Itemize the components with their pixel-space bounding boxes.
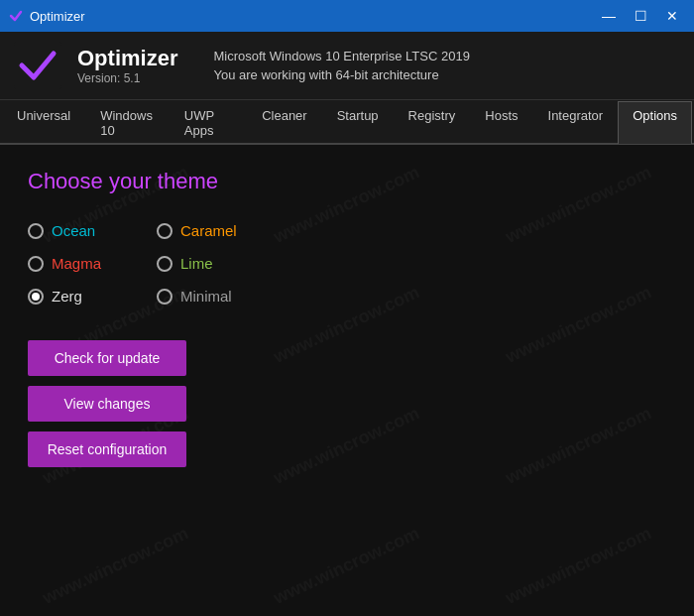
- radio-caramel[interactable]: [157, 223, 173, 239]
- check-update-button[interactable]: Check for update: [28, 340, 186, 376]
- close-button[interactable]: ✕: [658, 4, 686, 28]
- radio-minimal[interactable]: [157, 289, 173, 305]
- theme-label-ocean: Ocean: [52, 222, 95, 239]
- view-changes-button[interactable]: View changes: [28, 386, 186, 422]
- content-inner: Choose your theme Ocean Caramel Magma Li…: [28, 169, 666, 467]
- content-area: www.wincrow.com www.wincrow.com www.winc…: [0, 145, 694, 616]
- radio-magma[interactable]: [28, 256, 44, 272]
- tabs-bar: Universal Windows 10 UWP Apps Cleaner St…: [0, 100, 694, 145]
- tab-options[interactable]: Options: [618, 101, 692, 144]
- theme-option-lime[interactable]: Lime: [157, 247, 286, 280]
- theme-option-caramel[interactable]: Caramel: [157, 214, 286, 247]
- tab-integrator[interactable]: Integrator: [533, 101, 619, 144]
- radio-lime[interactable]: [157, 256, 173, 272]
- reset-config-button[interactable]: Reset configuration: [28, 431, 186, 467]
- maximize-button[interactable]: ☐: [627, 4, 654, 28]
- theme-option-magma[interactable]: Magma: [28, 247, 157, 280]
- app-title-block: Optimizer Version: 5.1: [77, 46, 177, 85]
- section-title: Choose your theme: [28, 169, 666, 194]
- app-info-line1: Microsoft Windows 10 Enterprise LTSC 201…: [213, 47, 469, 66]
- theme-label-zerg: Zerg: [52, 288, 82, 305]
- minimize-button[interactable]: —: [595, 4, 623, 28]
- action-buttons: Check for update View changes Reset conf…: [28, 340, 186, 467]
- theme-label-lime: Lime: [180, 255, 213, 272]
- app-info: Microsoft Windows 10 Enterprise LTSC 201…: [213, 47, 469, 85]
- app-header: Optimizer Version: 5.1 Microsoft Windows…: [0, 32, 694, 100]
- theme-option-zerg[interactable]: Zerg: [28, 280, 157, 312]
- radio-ocean[interactable]: [28, 223, 44, 239]
- theme-label-minimal: Minimal: [180, 288, 232, 305]
- window-controls: — ☐ ✕: [595, 4, 686, 28]
- app-info-line2: You are working with 64-bit architecture: [213, 65, 469, 85]
- tab-cleaner[interactable]: Cleaner: [247, 101, 322, 144]
- app-logo: [14, 42, 61, 89]
- tab-windows10[interactable]: Windows 10: [85, 101, 170, 144]
- tab-startup[interactable]: Startup: [322, 101, 394, 144]
- radio-zerg[interactable]: [28, 289, 44, 305]
- theme-label-caramel: Caramel: [180, 222, 237, 239]
- theme-label-magma: Magma: [52, 255, 101, 272]
- theme-option-ocean[interactable]: Ocean: [28, 214, 157, 247]
- tab-uwp[interactable]: UWP Apps: [170, 101, 247, 144]
- tab-hosts[interactable]: Hosts: [470, 101, 532, 144]
- tab-registry[interactable]: Registry: [394, 101, 471, 144]
- app-icon: [8, 8, 24, 24]
- title-bar: Optimizer — ☐ ✕: [0, 0, 694, 32]
- title-bar-text: Optimizer: [30, 9, 85, 24]
- tab-universal[interactable]: Universal: [2, 101, 85, 144]
- app-name: Optimizer: [77, 46, 177, 71]
- theme-option-minimal[interactable]: Minimal: [157, 280, 286, 312]
- app-version: Version: 5.1: [77, 71, 177, 85]
- theme-grid: Ocean Caramel Magma Lime Zerg M: [28, 214, 286, 312]
